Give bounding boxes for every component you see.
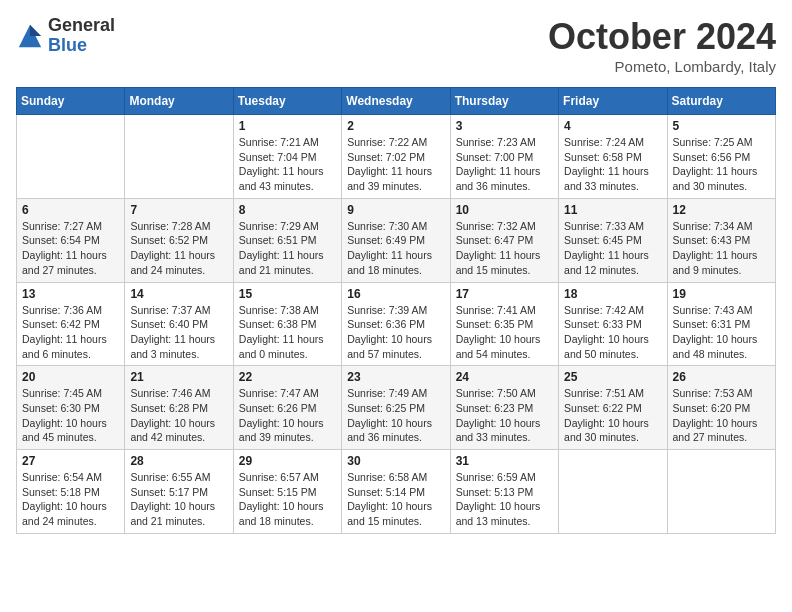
day-number: 30	[347, 454, 444, 468]
calendar-cell: 4Sunrise: 7:24 AMSunset: 6:58 PMDaylight…	[559, 115, 667, 199]
col-thursday: Thursday	[450, 88, 558, 115]
calendar-week-1: 1Sunrise: 7:21 AMSunset: 7:04 PMDaylight…	[17, 115, 776, 199]
day-info: Sunrise: 7:43 AMSunset: 6:31 PMDaylight:…	[673, 303, 770, 362]
calendar-cell: 6Sunrise: 7:27 AMSunset: 6:54 PMDaylight…	[17, 198, 125, 282]
day-number: 3	[456, 119, 553, 133]
calendar-cell: 11Sunrise: 7:33 AMSunset: 6:45 PMDayligh…	[559, 198, 667, 282]
day-info: Sunrise: 6:59 AMSunset: 5:13 PMDaylight:…	[456, 470, 553, 529]
col-sunday: Sunday	[17, 88, 125, 115]
col-monday: Monday	[125, 88, 233, 115]
calendar-week-4: 20Sunrise: 7:45 AMSunset: 6:30 PMDayligh…	[17, 366, 776, 450]
calendar-cell: 19Sunrise: 7:43 AMSunset: 6:31 PMDayligh…	[667, 282, 775, 366]
day-info: Sunrise: 7:36 AMSunset: 6:42 PMDaylight:…	[22, 303, 119, 362]
calendar-cell: 8Sunrise: 7:29 AMSunset: 6:51 PMDaylight…	[233, 198, 341, 282]
calendar-cell	[125, 115, 233, 199]
calendar-cell	[667, 450, 775, 534]
calendar-cell: 5Sunrise: 7:25 AMSunset: 6:56 PMDaylight…	[667, 115, 775, 199]
logo-blue-text: Blue	[48, 36, 115, 56]
day-number: 6	[22, 203, 119, 217]
calendar-cell: 30Sunrise: 6:58 AMSunset: 5:14 PMDayligh…	[342, 450, 450, 534]
day-info: Sunrise: 7:51 AMSunset: 6:22 PMDaylight:…	[564, 386, 661, 445]
logo: General Blue	[16, 16, 115, 56]
day-number: 25	[564, 370, 661, 384]
day-number: 29	[239, 454, 336, 468]
day-number: 26	[673, 370, 770, 384]
day-number: 27	[22, 454, 119, 468]
day-info: Sunrise: 7:27 AMSunset: 6:54 PMDaylight:…	[22, 219, 119, 278]
day-number: 20	[22, 370, 119, 384]
day-number: 9	[347, 203, 444, 217]
calendar-cell: 17Sunrise: 7:41 AMSunset: 6:35 PMDayligh…	[450, 282, 558, 366]
day-info: Sunrise: 7:24 AMSunset: 6:58 PMDaylight:…	[564, 135, 661, 194]
day-number: 24	[456, 370, 553, 384]
calendar-week-2: 6Sunrise: 7:27 AMSunset: 6:54 PMDaylight…	[17, 198, 776, 282]
col-saturday: Saturday	[667, 88, 775, 115]
day-info: Sunrise: 7:33 AMSunset: 6:45 PMDaylight:…	[564, 219, 661, 278]
day-number: 22	[239, 370, 336, 384]
day-number: 21	[130, 370, 227, 384]
day-number: 18	[564, 287, 661, 301]
day-number: 17	[456, 287, 553, 301]
col-friday: Friday	[559, 88, 667, 115]
calendar-cell: 22Sunrise: 7:47 AMSunset: 6:26 PMDayligh…	[233, 366, 341, 450]
day-number: 10	[456, 203, 553, 217]
calendar-cell: 18Sunrise: 7:42 AMSunset: 6:33 PMDayligh…	[559, 282, 667, 366]
day-info: Sunrise: 7:37 AMSunset: 6:40 PMDaylight:…	[130, 303, 227, 362]
day-info: Sunrise: 7:46 AMSunset: 6:28 PMDaylight:…	[130, 386, 227, 445]
calendar-cell: 25Sunrise: 7:51 AMSunset: 6:22 PMDayligh…	[559, 366, 667, 450]
day-number: 13	[22, 287, 119, 301]
day-number: 12	[673, 203, 770, 217]
day-number: 11	[564, 203, 661, 217]
calendar-cell: 15Sunrise: 7:38 AMSunset: 6:38 PMDayligh…	[233, 282, 341, 366]
calendar-cell: 28Sunrise: 6:55 AMSunset: 5:17 PMDayligh…	[125, 450, 233, 534]
day-info: Sunrise: 7:50 AMSunset: 6:23 PMDaylight:…	[456, 386, 553, 445]
day-number: 14	[130, 287, 227, 301]
day-info: Sunrise: 7:30 AMSunset: 6:49 PMDaylight:…	[347, 219, 444, 278]
logo-icon	[16, 22, 44, 50]
day-info: Sunrise: 7:22 AMSunset: 7:02 PMDaylight:…	[347, 135, 444, 194]
day-number: 28	[130, 454, 227, 468]
day-info: Sunrise: 7:28 AMSunset: 6:52 PMDaylight:…	[130, 219, 227, 278]
calendar-cell: 14Sunrise: 7:37 AMSunset: 6:40 PMDayligh…	[125, 282, 233, 366]
calendar-cell: 27Sunrise: 6:54 AMSunset: 5:18 PMDayligh…	[17, 450, 125, 534]
day-number: 19	[673, 287, 770, 301]
calendar-cell: 13Sunrise: 7:36 AMSunset: 6:42 PMDayligh…	[17, 282, 125, 366]
calendar-cell: 10Sunrise: 7:32 AMSunset: 6:47 PMDayligh…	[450, 198, 558, 282]
day-info: Sunrise: 6:54 AMSunset: 5:18 PMDaylight:…	[22, 470, 119, 529]
day-info: Sunrise: 6:58 AMSunset: 5:14 PMDaylight:…	[347, 470, 444, 529]
day-info: Sunrise: 7:45 AMSunset: 6:30 PMDaylight:…	[22, 386, 119, 445]
calendar-cell: 2Sunrise: 7:22 AMSunset: 7:02 PMDaylight…	[342, 115, 450, 199]
calendar-body: 1Sunrise: 7:21 AMSunset: 7:04 PMDaylight…	[17, 115, 776, 534]
day-number: 16	[347, 287, 444, 301]
svg-marker-1	[30, 25, 41, 36]
col-tuesday: Tuesday	[233, 88, 341, 115]
day-info: Sunrise: 7:38 AMSunset: 6:38 PMDaylight:…	[239, 303, 336, 362]
day-info: Sunrise: 7:29 AMSunset: 6:51 PMDaylight:…	[239, 219, 336, 278]
month-title: October 2024	[548, 16, 776, 58]
day-info: Sunrise: 7:47 AMSunset: 6:26 PMDaylight:…	[239, 386, 336, 445]
calendar-cell: 26Sunrise: 7:53 AMSunset: 6:20 PMDayligh…	[667, 366, 775, 450]
title-block: October 2024 Pometo, Lombardy, Italy	[548, 16, 776, 75]
calendar-cell	[559, 450, 667, 534]
day-number: 23	[347, 370, 444, 384]
calendar-header: Sunday Monday Tuesday Wednesday Thursday…	[17, 88, 776, 115]
day-info: Sunrise: 7:39 AMSunset: 6:36 PMDaylight:…	[347, 303, 444, 362]
location-subtitle: Pometo, Lombardy, Italy	[548, 58, 776, 75]
logo-general-text: General	[48, 16, 115, 36]
calendar-cell: 23Sunrise: 7:49 AMSunset: 6:25 PMDayligh…	[342, 366, 450, 450]
day-info: Sunrise: 7:49 AMSunset: 6:25 PMDaylight:…	[347, 386, 444, 445]
header-row: Sunday Monday Tuesday Wednesday Thursday…	[17, 88, 776, 115]
day-number: 1	[239, 119, 336, 133]
day-info: Sunrise: 7:41 AMSunset: 6:35 PMDaylight:…	[456, 303, 553, 362]
day-number: 15	[239, 287, 336, 301]
day-info: Sunrise: 7:53 AMSunset: 6:20 PMDaylight:…	[673, 386, 770, 445]
calendar-cell: 24Sunrise: 7:50 AMSunset: 6:23 PMDayligh…	[450, 366, 558, 450]
calendar-cell: 1Sunrise: 7:21 AMSunset: 7:04 PMDaylight…	[233, 115, 341, 199]
calendar-cell: 7Sunrise: 7:28 AMSunset: 6:52 PMDaylight…	[125, 198, 233, 282]
day-info: Sunrise: 7:25 AMSunset: 6:56 PMDaylight:…	[673, 135, 770, 194]
calendar-cell	[17, 115, 125, 199]
calendar-cell: 3Sunrise: 7:23 AMSunset: 7:00 PMDaylight…	[450, 115, 558, 199]
col-wednesday: Wednesday	[342, 88, 450, 115]
page-header: General Blue October 2024 Pometo, Lombar…	[16, 16, 776, 75]
calendar-cell: 31Sunrise: 6:59 AMSunset: 5:13 PMDayligh…	[450, 450, 558, 534]
